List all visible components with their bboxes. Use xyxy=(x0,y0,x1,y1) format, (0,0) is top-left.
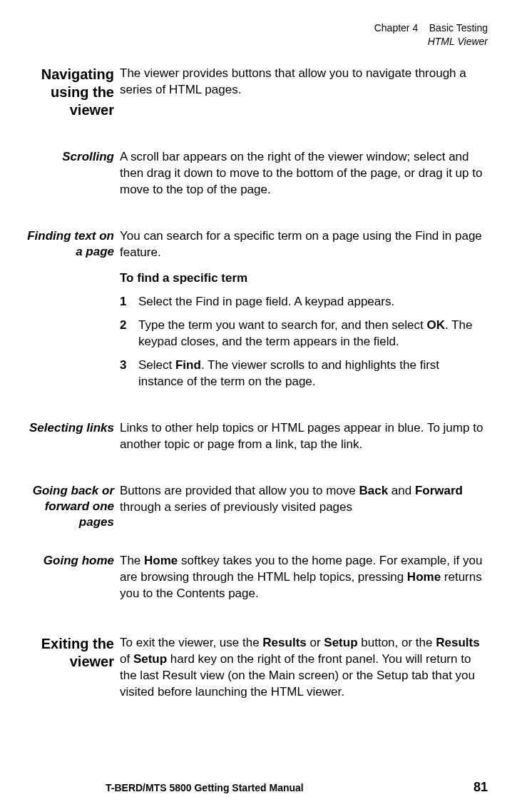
steps-list: 1 Select the Find in page field. A keypa… xyxy=(120,294,488,390)
heading-scrolling: Scrolling xyxy=(20,149,120,165)
heading-finding: Finding text on a page xyxy=(20,228,120,260)
step-2: 2 Type the term you want to search for, … xyxy=(120,318,488,350)
chapter-line: Chapter 4 Basic Testing xyxy=(20,21,488,35)
page-number: 81 xyxy=(474,780,488,795)
step-1: 1 Select the Find in page field. A keypa… xyxy=(120,294,488,310)
step-text: Select Find. The viewer scrolls to and h… xyxy=(138,357,488,390)
content: Navigating using the viewer The viewer p… xyxy=(20,66,488,774)
heading-exiting: Exiting the viewer xyxy=(20,635,120,671)
heading-backfwd: Going back or forward one pages xyxy=(20,483,120,530)
step-text: Select the Find in page field. A keypad … xyxy=(138,294,488,310)
chapter-prefix: Chapter 4 xyxy=(374,22,418,34)
chapter-title: Basic Testing xyxy=(429,22,488,34)
heading-links: Selecting links xyxy=(20,420,120,436)
step-number: 2 xyxy=(120,318,138,350)
step-3: 3 Select Find. The viewer scrolls to and… xyxy=(120,357,488,390)
text-exiting: To exit the viewer, use the Results or S… xyxy=(120,635,488,701)
text-scrolling: A scroll bar appears on the right of the… xyxy=(120,149,488,198)
text-navigating: The viewer provides buttons that allow y… xyxy=(120,66,488,98)
step-text: Type the term you want to search for, an… xyxy=(138,318,488,350)
text-finding-intro: You can search for a specific term on a … xyxy=(120,228,488,261)
text-links: Links to other help topics or HTML pages… xyxy=(120,420,488,453)
section-title: HTML Viewer xyxy=(20,35,488,49)
text-home: The Home softkey takes you to the home p… xyxy=(120,553,488,602)
step-number: 1 xyxy=(120,294,138,310)
page-footer: T-BERD/MTS 5800 Getting Started Manual 8… xyxy=(20,774,488,812)
page-header: Chapter 4 Basic Testing HTML Viewer xyxy=(20,21,488,49)
text-backfwd: Buttons are provided that allow you to m… xyxy=(120,483,488,516)
manual-title: T-BERD/MTS 5800 Getting Started Manual xyxy=(106,782,304,793)
step-number: 3 xyxy=(120,357,138,390)
heading-home: Going home xyxy=(20,553,120,569)
heading-navigating: Navigating using the viewer xyxy=(20,66,120,119)
subhead-find-term: To find a specific term xyxy=(120,270,488,287)
